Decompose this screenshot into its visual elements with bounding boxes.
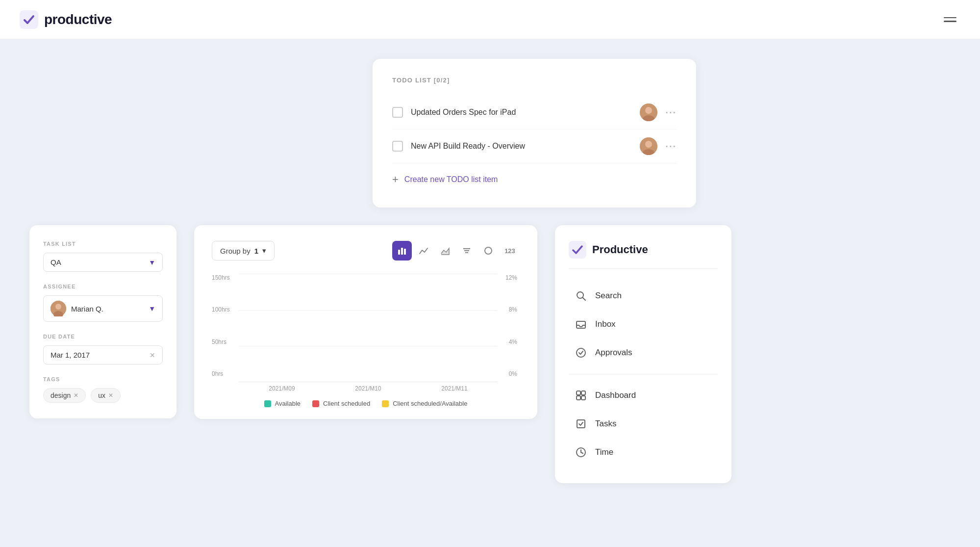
filter-icon[interactable] [457, 241, 477, 260]
tags-container: design ✕ ux ✕ [43, 388, 163, 403]
svg-rect-24 [577, 396, 580, 400]
dashboard-icon [575, 389, 587, 402]
number-icon[interactable]: 123 [500, 241, 520, 260]
legend-client-available-dot [382, 400, 389, 407]
approvals-icon [575, 346, 587, 359]
svg-point-21 [577, 348, 585, 357]
task-list-label: TASK LIST [43, 241, 163, 247]
assignee-name: Marian Q. [71, 305, 103, 313]
tags-label: TAGS [43, 376, 163, 382]
svg-rect-11 [401, 248, 403, 255]
x-label-1: 2021/M09 [269, 385, 295, 392]
sidebar-logo-row: Productive [569, 241, 718, 269]
todo-text-1: Updated Orders Spec for iPad [411, 108, 632, 117]
assignee-dropdown-arrow: ▼ [149, 305, 155, 313]
todo-card: TODO LIST [0/2] Updated Orders Spec for … [373, 59, 696, 208]
todo-more-2[interactable]: ··· [665, 141, 677, 152]
svg-rect-0 [20, 10, 38, 29]
todo-item-2: New API Build Ready - Overview ··· [392, 130, 677, 163]
todo-more-1[interactable]: ··· [665, 107, 677, 118]
assignee-select[interactable]: Marian Q. ▼ [43, 295, 163, 322]
line-chart-icon[interactable] [414, 241, 433, 260]
logo-area: productive [20, 10, 112, 29]
topbar: productive [0, 0, 980, 39]
todo-text-2: New API Build Ready - Overview [411, 142, 632, 151]
tag-design-label: design [50, 391, 71, 399]
sidebar-search-label: Search [595, 291, 622, 301]
todo-title: TODO LIST [0/2] [392, 77, 677, 84]
menu-button[interactable] [940, 13, 960, 26]
todo-checkbox-1[interactable] [392, 107, 403, 118]
svg-point-8 [55, 304, 61, 310]
inbox-icon [575, 318, 587, 331]
assignee-label: ASSIGNEE [43, 284, 163, 289]
due-date-field[interactable]: Mar 1, 2017 ✕ [43, 345, 163, 365]
sidebar-item-time[interactable]: Time [569, 439, 718, 466]
todo-avatar-2 [640, 137, 657, 155]
svg-point-5 [645, 141, 652, 148]
y-label-12pct: 12% [498, 274, 517, 281]
y-label-150hrs: 150hrs [212, 274, 236, 281]
due-date-value: Mar 1, 2017 [50, 351, 146, 359]
x-label-3: 2021/M11 [441, 385, 467, 392]
bar-chart-icon[interactable] [392, 241, 412, 260]
legend-available: Available [264, 400, 301, 407]
sidebar-tasks-label: Tasks [595, 419, 616, 429]
due-date-label: DUE DATE [43, 334, 163, 339]
tag-ux: ux ✕ [91, 388, 121, 403]
group-by-button[interactable]: Group by 1 ▾ [212, 241, 275, 260]
svg-rect-22 [577, 391, 580, 395]
sidebar-divider-1 [569, 374, 718, 374]
y-label-100hrs: 100hrs [212, 306, 236, 313]
svg-point-16 [485, 247, 492, 254]
y-label-0hrs: 0hrs [212, 370, 236, 377]
task-list-dropdown-arrow: ▼ [149, 259, 155, 266]
legend-client-dot [312, 400, 319, 407]
legend-available-label: Available [275, 400, 301, 407]
svg-rect-25 [581, 396, 585, 400]
svg-rect-17 [569, 241, 586, 259]
app-name: productive [44, 12, 112, 27]
plus-icon: + [392, 173, 399, 186]
chart-legend: Available Client scheduled Client schedu… [212, 400, 520, 407]
sidebar-time-label: Time [595, 447, 613, 457]
circle-icon[interactable] [478, 241, 498, 260]
chart-view-icons: 123 [392, 241, 520, 260]
sidebar-item-search[interactable]: Search [569, 283, 718, 309]
sidebar-item-tasks[interactable]: Tasks [569, 411, 718, 437]
tag-ux-remove[interactable]: ✕ [108, 392, 113, 399]
assignee-avatar [50, 301, 66, 316]
svg-line-19 [583, 298, 586, 301]
todo-checkbox-2[interactable] [392, 141, 403, 152]
tag-design: design ✕ [43, 388, 86, 403]
svg-rect-26 [577, 420, 585, 428]
sidebar-logo-text: Productive [592, 243, 648, 256]
legend-available-dot [264, 400, 271, 407]
y-label-8pct: 8% [498, 306, 517, 313]
tag-design-remove[interactable]: ✕ [74, 392, 78, 399]
sidebar-item-dashboard[interactable]: Dashboard [569, 382, 718, 409]
sidebar-item-inbox[interactable]: Inbox [569, 311, 718, 338]
create-todo-button[interactable]: + Create new TODO list item [392, 163, 677, 190]
area-chart-icon[interactable] [435, 241, 455, 260]
svg-rect-10 [398, 250, 400, 255]
tasks-icon [575, 417, 587, 430]
legend-client-scheduled: Client scheduled [312, 400, 370, 407]
time-icon [575, 446, 587, 459]
y-label-4pct: 4% [498, 339, 517, 345]
task-list-value: QA [50, 258, 61, 266]
sidebar-approvals-label: Approvals [595, 348, 632, 358]
due-date-clear[interactable]: ✕ [150, 351, 155, 359]
logo-icon [20, 10, 38, 29]
task-list-select[interactable]: QA ▼ [43, 253, 163, 272]
svg-point-2 [645, 107, 652, 114]
legend-client-available: Client scheduled/Available [382, 400, 467, 407]
right-sidebar: Productive Search Inbo [555, 225, 731, 483]
todo-item-1: Updated Orders Spec for iPad ··· [392, 96, 677, 130]
legend-client-available-label: Client scheduled/Available [393, 400, 467, 407]
sidebar-item-approvals[interactable]: Approvals [569, 339, 718, 366]
chart-toolbar: Group by 1 ▾ [212, 241, 520, 260]
legend-client-label: Client scheduled [323, 400, 370, 407]
group-by-label: Group by [220, 247, 251, 255]
svg-line-29 [581, 452, 583, 453]
